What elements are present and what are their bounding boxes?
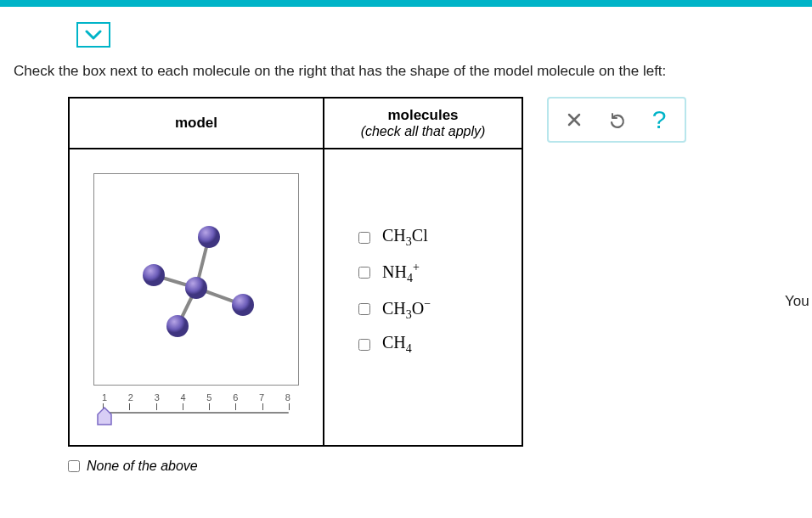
tick-label: 6 (231, 392, 240, 403)
tick-label: 8 (284, 392, 292, 403)
molecule-option-ch3cl[interactable]: CH3Cl (358, 226, 513, 249)
none-of-above-option[interactable]: None of the above (68, 459, 523, 474)
chevron-down-icon (85, 29, 102, 41)
molecule-checkbox[interactable] (358, 232, 370, 244)
slider-tick-marks (93, 403, 299, 410)
close-icon (566, 111, 583, 128)
zoom-slider[interactable]: 1 2 3 4 5 6 7 8 (93, 392, 299, 435)
svg-point-6 (166, 315, 189, 337)
svg-point-4 (198, 226, 220, 248)
molecule-checkbox[interactable] (358, 339, 370, 351)
clear-button[interactable] (554, 106, 595, 133)
model-column-header: model (69, 98, 324, 149)
molecules-header-title: molecules (328, 107, 518, 124)
reset-button[interactable] (596, 106, 637, 133)
molecule-option-nh4plus[interactable]: NH4+ (358, 261, 513, 285)
help-button[interactable]: ? (639, 106, 679, 133)
svg-point-7 (232, 294, 254, 316)
answer-controls-panel: ? (547, 97, 686, 143)
molecule-option-ch4[interactable]: CH4 (358, 333, 513, 356)
svg-point-5 (143, 264, 165, 286)
molecule-table: model molecules (check all that apply) (68, 97, 523, 447)
slider-track (104, 412, 289, 414)
tick-label: 7 (257, 392, 266, 403)
slider-handle-icon[interactable] (95, 406, 114, 428)
collapse-toggle[interactable] (76, 22, 110, 48)
molecules-cell: CH3Cl NH4+ CH3O− CH4 (324, 149, 522, 446)
undo-icon (607, 110, 626, 129)
header-bar: Identifying a molecule with one central … (0, 0, 812, 7)
molecule-formula: NH4+ (382, 261, 420, 285)
model-3d-viewer[interactable] (93, 173, 299, 386)
instruction-text: Check the box next to each molecule on t… (14, 63, 798, 80)
molecule-checkbox[interactable] (358, 303, 370, 315)
none-label: None of the above (87, 459, 198, 474)
none-checkbox[interactable] (68, 460, 80, 472)
clipped-side-text: You c (785, 293, 812, 310)
molecule-checkbox[interactable] (358, 267, 370, 279)
model-cell: 1 2 3 4 5 6 7 8 (69, 149, 324, 446)
tick-label: 5 (205, 392, 213, 403)
molecule-formula: CH3O− (382, 297, 431, 322)
molecules-header-subtitle: (check all that apply) (328, 124, 518, 139)
tick-label: 2 (127, 392, 135, 403)
molecules-column-header: molecules (check all that apply) (324, 98, 522, 149)
molecule-3d-model (128, 216, 264, 343)
slider-tick-labels: 1 2 3 4 5 6 7 8 (93, 392, 299, 403)
tick-label: 3 (153, 392, 161, 403)
tick-label: 1 (100, 392, 109, 403)
tick-label: 4 (179, 392, 188, 403)
molecule-formula: CH4 (382, 333, 412, 356)
molecule-option-ch3ominus[interactable]: CH3O− (358, 297, 513, 322)
molecule-formula: CH3Cl (382, 226, 428, 249)
help-icon: ? (652, 105, 667, 134)
svg-point-8 (185, 277, 207, 299)
